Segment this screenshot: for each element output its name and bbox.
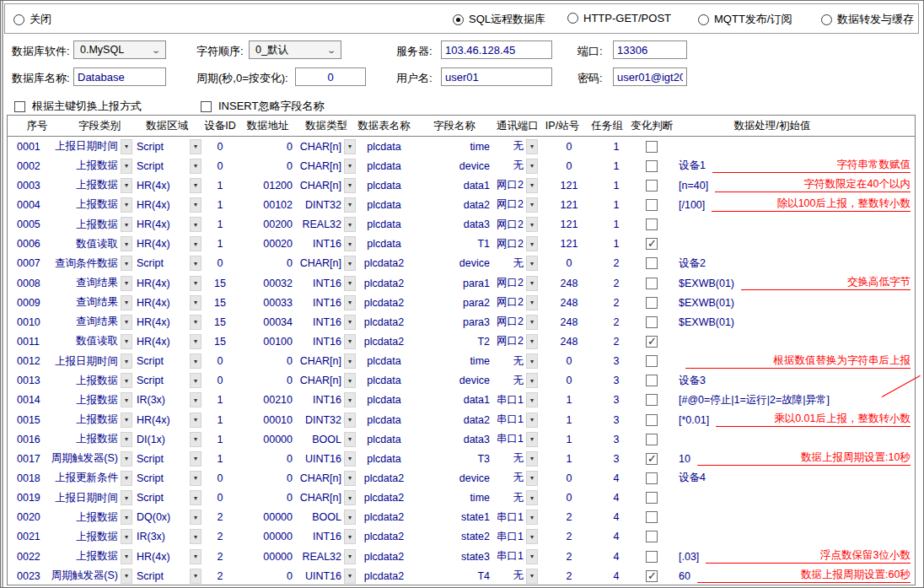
- dropdown-button[interactable]: ▾: [190, 353, 201, 369]
- change-detect-checkbox[interactable]: [646, 434, 658, 445]
- dropdown-button[interactable]: ▾: [190, 490, 201, 505]
- dropdown-button[interactable]: ▾: [344, 490, 356, 505]
- dropdown-button[interactable]: ▾: [526, 529, 538, 544]
- change-detect-checkbox[interactable]: [646, 551, 658, 563]
- dropdown-button[interactable]: ▾: [526, 334, 538, 349]
- dropdown-button[interactable]: ▾: [526, 490, 538, 505]
- dropdown-button[interactable]: ▾: [344, 217, 356, 232]
- insert-checkbox[interactable]: [201, 101, 212, 112]
- dropdown-button[interactable]: ▾: [121, 413, 132, 428]
- change-detect-checkbox[interactable]: [646, 492, 658, 504]
- dropdown-button[interactable]: ▾: [121, 315, 132, 330]
- dropdown-button[interactable]: ▾: [526, 471, 538, 486]
- dropdown-button[interactable]: ▾: [190, 392, 201, 407]
- dropdown-button[interactable]: ▾: [121, 295, 132, 310]
- dropdown-button[interactable]: ▾: [121, 549, 132, 564]
- dropdown-button[interactable]: ▾: [190, 276, 201, 291]
- dropdown-button[interactable]: ▾: [121, 159, 132, 174]
- table-row[interactable]: 0012 上报日期时间▾ Script▾ 0 0 CHAR[n]▾ plcdat…: [8, 352, 915, 371]
- server-input[interactable]: [441, 40, 552, 59]
- dropdown-button[interactable]: ▾: [344, 451, 356, 467]
- dropdown-button[interactable]: ▾: [190, 256, 201, 271]
- dropdown-button[interactable]: ▾: [190, 432, 201, 447]
- primary-key-checkbox[interactable]: [14, 101, 25, 112]
- dropdown-button[interactable]: ▾: [121, 139, 132, 154]
- radio-icon[interactable]: [821, 14, 832, 25]
- dropdown-button[interactable]: ▾: [526, 451, 538, 467]
- dropdown-button[interactable]: ▾: [526, 217, 538, 232]
- dropdown-button[interactable]: ▾: [121, 451, 132, 467]
- dropdown-button[interactable]: ▾: [190, 569, 201, 584]
- table-row[interactable]: 0011 数值读取▾ HR(4x)▾ 15 00100 INT16▾ plcda…: [8, 332, 915, 351]
- dropdown-button[interactable]: ▾: [526, 276, 538, 291]
- dropdown-button[interactable]: ▾: [190, 217, 201, 232]
- table-row[interactable]: 0021 上报数据▾ IR(3x)▾ 2 00000 INT16▾ plcdat…: [8, 527, 915, 547]
- dropdown-button[interactable]: ▾: [121, 529, 132, 544]
- dropdown-button[interactable]: ▾: [344, 178, 356, 193]
- dropdown-button[interactable]: ▾: [344, 373, 356, 388]
- change-detect-checkbox[interactable]: [646, 511, 658, 523]
- dropdown-button[interactable]: ▾: [526, 236, 538, 251]
- dropdown-button[interactable]: ▾: [344, 569, 356, 584]
- table-row[interactable]: 0006 数值读取▾ HR(4x)▾ 1 00020 INT16▾ plcdat…: [8, 235, 915, 254]
- dropdown-button[interactable]: ▾: [190, 373, 201, 388]
- db-name-input[interactable]: [73, 67, 166, 86]
- dropdown-button[interactable]: ▾: [190, 159, 201, 174]
- dropdown-button[interactable]: ▾: [190, 471, 201, 486]
- table-row[interactable]: 0004 上报数据▾ HR(4x)▾ 1 00102 DINT32▾ plcda…: [8, 195, 915, 214]
- table-row[interactable]: 0014 上报数据▾ IR(3x)▾ 1 00210 INT16▾ plcdat…: [8, 391, 915, 410]
- dropdown-button[interactable]: ▾: [190, 139, 201, 154]
- dropdown-button[interactable]: ▾: [526, 295, 538, 310]
- dropdown-button[interactable]: ▾: [344, 197, 356, 213]
- change-detect-checkbox[interactable]: [646, 257, 658, 269]
- dropdown-button[interactable]: ▾: [121, 432, 132, 447]
- dropdown-button[interactable]: ▾: [526, 549, 538, 564]
- change-detect-checkbox[interactable]: [646, 472, 658, 484]
- table-row[interactable]: 0002 上报数据▾ Script▾ 0 0 CHAR[n]▾ plcdata …: [8, 156, 915, 175]
- dropdown-button[interactable]: ▾: [121, 373, 132, 388]
- dropdown-button[interactable]: ▾: [344, 236, 356, 251]
- dropdown-button[interactable]: ▾: [526, 413, 538, 428]
- dropdown-button[interactable]: ▾: [190, 315, 201, 330]
- dropdown-button[interactable]: ▾: [190, 413, 201, 428]
- table-row[interactable]: 0023 周期触发器(S)▾ Script▾ 2 0 UINT16▾ plcda…: [8, 566, 915, 585]
- change-detect-checkbox[interactable]: [646, 141, 658, 153]
- change-detect-checkbox[interactable]: [646, 278, 658, 289]
- dropdown-button[interactable]: ▾: [344, 256, 356, 271]
- table-row[interactable]: 0015 上报数据▾ HR(4x)▾ 1 00010 DINT32▾ plcda…: [8, 410, 915, 429]
- dropdown-button[interactable]: ▾: [526, 569, 538, 584]
- change-detect-checkbox[interactable]: [646, 218, 658, 230]
- table-row[interactable]: 0019 上报日期时间▾ Script▾ 0 0 CHAR[n]▾ plcdat…: [8, 488, 915, 508]
- dropdown-button[interactable]: ▾: [121, 197, 132, 213]
- dropdown-button[interactable]: ▾: [526, 139, 538, 154]
- dropdown-button[interactable]: ▾: [344, 510, 356, 525]
- change-detect-checkbox[interactable]: [646, 453, 658, 465]
- table-row[interactable]: 0001 上报日期时间▾ Script▾ 0 0 CHAR[n]▾ plcdat…: [8, 137, 915, 156]
- change-detect-checkbox[interactable]: [646, 316, 658, 328]
- change-detect-checkbox[interactable]: [646, 336, 658, 348]
- dropdown-button[interactable]: ▾: [121, 178, 132, 193]
- table-row[interactable]: 0003 上报数据▾ HR(4x)▾ 1 01200 CHAR[n]▾ plcd…: [8, 175, 915, 195]
- change-detect-checkbox[interactable]: [646, 414, 658, 426]
- dropdown-button[interactable]: ▾: [526, 353, 538, 369]
- radio-icon[interactable]: [698, 14, 709, 25]
- table-row[interactable]: 0022 上报数据▾ HR(4x)▾ 2 00000 REAL32▾ plcda…: [8, 547, 915, 566]
- dropdown-button[interactable]: ▾: [344, 276, 356, 291]
- protocol-radio-option[interactable]: HTTP-GET/POST: [567, 12, 671, 24]
- dropdown-button[interactable]: ▾: [121, 569, 132, 584]
- change-detect-checkbox[interactable]: [646, 238, 658, 250]
- dropdown-button[interactable]: ▾: [121, 256, 132, 271]
- change-detect-checkbox[interactable]: [646, 180, 658, 192]
- table-row[interactable]: 0017 周期触发器(S)▾ Script▾ 1 0 UINT16▾ plcda…: [8, 449, 915, 468]
- dropdown-button[interactable]: ▾: [190, 510, 201, 525]
- dropdown-button[interactable]: ▾: [190, 334, 201, 349]
- dropdown-button[interactable]: ▾: [190, 236, 201, 251]
- table-row[interactable]: 0013 上报数据▾ Script▾ 0 0 CHAR[n]▾ plcdata …: [8, 371, 915, 391]
- table-row[interactable]: 0018 上报更新条件▾ Script▾ 0 0 CHAR[n]▾ plcdat…: [8, 468, 915, 488]
- dropdown-button[interactable]: ▾: [526, 178, 538, 193]
- dropdown-button[interactable]: ▾: [190, 178, 201, 193]
- dropdown-button[interactable]: ▾: [344, 315, 356, 330]
- change-detect-checkbox[interactable]: [646, 160, 658, 172]
- dropdown-button[interactable]: ▾: [526, 197, 538, 213]
- table-row[interactable]: 0007 查询条件数据▾ Script▾ 0 0 CHAR[n]▾ plcdat…: [8, 254, 915, 273]
